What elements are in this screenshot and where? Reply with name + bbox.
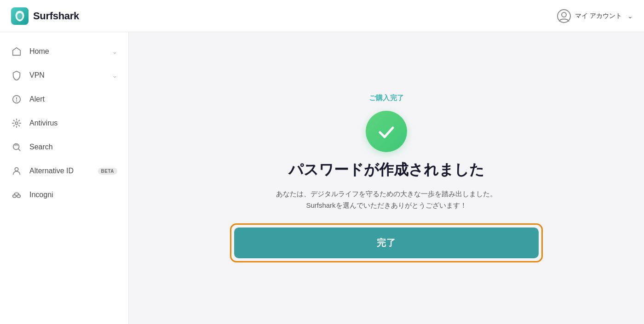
alternative-id-icon (11, 165, 22, 176)
sidebar-item-alert[interactable]: Alert (0, 87, 128, 111)
sidebar-item-vpn-label: VPN (29, 71, 105, 80)
vpn-icon (11, 70, 22, 81)
sidebar-item-search-label: Search (29, 143, 117, 151)
header: Surfshark マイ アカウント ⌄ (0, 0, 644, 32)
search-icon (11, 142, 22, 153)
sidebar-item-search[interactable]: Search (0, 135, 128, 159)
purchase-complete-label: ご購入完了 (369, 94, 404, 102)
sidebar-item-home[interactable]: Home ⌄ (0, 40, 128, 63)
home-icon (11, 46, 22, 57)
beta-badge: BETA (98, 168, 117, 175)
logo-area: Surfshark (11, 7, 79, 25)
account-button[interactable]: マイ アカウント ⌄ (557, 9, 633, 23)
main-content: ご購入完了 パスワードが作成されました あなたは、デジタルライフを守るための大き… (129, 32, 644, 324)
svg-point-8 (15, 168, 18, 171)
success-description: あなたは、デジタルライフを守るための大きな一歩を踏み出しました。Surfshar… (271, 188, 501, 211)
account-icon (557, 9, 571, 23)
checkmark-icon (375, 120, 397, 142)
sidebar-item-alternative-id-label: Alternative ID (29, 167, 91, 175)
done-button[interactable]: 完了 (234, 227, 539, 258)
svg-point-5 (17, 101, 17, 101)
sidebar-item-incogni[interactable]: Incogni (0, 183, 128, 207)
sidebar-item-incogni-label: Incogni (29, 191, 117, 199)
layout: Home ⌄ VPN ⌄ Alert (0, 32, 644, 324)
svg-point-6 (15, 122, 18, 125)
sidebar-item-vpn[interactable]: VPN ⌄ (0, 63, 128, 87)
home-chevron-icon: ⌄ (112, 48, 117, 55)
success-checkmark-circle (366, 111, 407, 152)
sidebar-item-antivirus-label: Antivirus (29, 119, 117, 127)
success-title: パスワードが作成されました (288, 160, 484, 180)
sidebar-item-alert-label: Alert (29, 95, 117, 103)
surfshark-logo-icon (11, 7, 29, 25)
alert-icon (11, 94, 22, 105)
account-label: マイ アカウント (575, 12, 622, 20)
sidebar-item-home-label: Home (29, 47, 105, 56)
vpn-chevron-icon: ⌄ (112, 72, 117, 79)
done-button-wrapper: 完了 (230, 223, 543, 262)
sidebar-item-antivirus[interactable]: Antivirus (0, 111, 128, 135)
svg-point-2 (562, 12, 566, 17)
logo-text: Surfshark (33, 10, 79, 22)
success-card: ご購入完了 パスワードが作成されました あなたは、デジタルライフを守るための大き… (225, 94, 547, 262)
antivirus-icon (11, 118, 22, 129)
incogni-icon (11, 189, 22, 200)
sidebar: Home ⌄ VPN ⌄ Alert (0, 32, 129, 324)
account-chevron-icon: ⌄ (627, 12, 633, 20)
sidebar-item-alternative-id[interactable]: Alternative ID BETA (0, 159, 128, 183)
